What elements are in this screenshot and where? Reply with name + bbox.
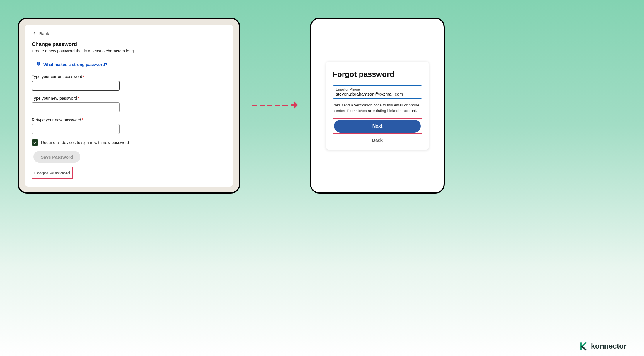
brand-logo: konnector: [579, 342, 626, 351]
forgot-password-card: Forgot password Email or Phone steven.ab…: [326, 62, 429, 149]
page-subtitle: Create a new password that is at least 8…: [32, 49, 226, 53]
require-devices-checkbox[interactable]: [32, 139, 38, 146]
new-password-label: Type your new password*: [32, 96, 226, 101]
arrow-left-icon: [32, 30, 37, 37]
email-phone-value: steven.abrahamson@xyzmail.com: [336, 91, 419, 96]
retype-password-input[interactable]: [32, 124, 120, 134]
next-button-highlight: Next: [333, 118, 422, 134]
next-button[interactable]: Next: [334, 120, 421, 133]
brand-mark-icon: [579, 342, 588, 351]
email-phone-label: Email or Phone: [336, 87, 419, 91]
arrow-right-icon: [290, 101, 298, 110]
strong-password-link[interactable]: What makes a strong password?: [36, 62, 226, 67]
arrow-dash-icon: [260, 105, 265, 106]
email-phone-input[interactable]: Email or Phone steven.abrahamson@xyzmail…: [333, 85, 422, 99]
forgot-description: We'll send a verification code to this e…: [333, 103, 422, 113]
forgot-title: Forgot password: [333, 70, 422, 79]
new-password-input[interactable]: [32, 102, 120, 112]
shield-icon: [36, 62, 41, 67]
current-password-input[interactable]: [32, 81, 120, 91]
arrow-dash-icon: [252, 105, 257, 106]
forgot-password-panel: Forgot password Email or Phone steven.ab…: [310, 18, 445, 194]
flow-arrow: [252, 101, 298, 110]
back-label: Back: [39, 31, 49, 36]
arrow-dash-icon: [275, 105, 280, 106]
require-devices-label: Require all devices to sign in with new …: [41, 140, 129, 145]
strong-password-label: What makes a strong password?: [43, 62, 108, 67]
back-button[interactable]: Back: [32, 30, 226, 37]
retype-password-label: Retype your new password*: [32, 118, 226, 122]
arrow-dash-icon: [267, 105, 272, 106]
change-password-card: Back Change password Create a new passwo…: [25, 25, 233, 187]
page-title: Change password: [32, 41, 226, 48]
save-password-button[interactable]: Save Password: [33, 151, 80, 163]
forgot-password-button[interactable]: Forgot Password: [32, 167, 73, 179]
current-password-label: Type your current password*: [32, 74, 226, 79]
arrow-dash-icon: [282, 105, 288, 106]
forgot-back-button[interactable]: Back: [333, 138, 422, 143]
change-password-panel: Back Change password Create a new passwo…: [18, 18, 240, 194]
brand-name: konnector: [591, 342, 626, 351]
